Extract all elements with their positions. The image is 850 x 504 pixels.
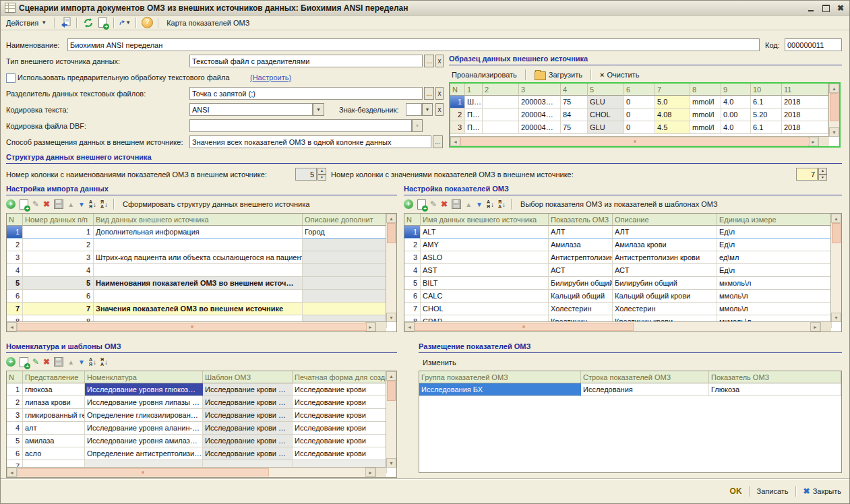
table-cell[interactable]: 5 xyxy=(7,277,23,290)
table-cell[interactable]: 4.5 xyxy=(655,121,690,134)
table-cell[interactable]: mmol/l xyxy=(690,121,721,134)
table-cell[interactable]: гликированный ге… xyxy=(23,409,85,422)
table-cell[interactable]: Исследование крови xyxy=(293,383,387,396)
table-cell[interactable] xyxy=(94,239,303,251)
table-cell[interactable]: Исследование крови xyxy=(293,422,387,435)
build-structure-button[interactable]: Сформировать структуру данных внешнего и… xyxy=(120,199,312,209)
table-cell[interactable]: 5 xyxy=(7,435,23,447)
end-edit-icon[interactable] xyxy=(54,357,63,367)
clear-button[interactable]: ×Очистить xyxy=(597,70,642,80)
table-cell[interactable]: 1 xyxy=(7,383,23,396)
horizontal-scrollbar[interactable]: ◄► xyxy=(450,136,829,146)
table-cell[interactable]: 1 xyxy=(450,96,465,108)
table-cell[interactable]: 5 xyxy=(23,277,94,290)
table-cell[interactable]: П… xyxy=(465,121,483,134)
placement-mode-select-button[interactable]: ... xyxy=(433,135,443,148)
table-cell[interactable]: 4 xyxy=(404,264,421,277)
ok-button[interactable]: OK xyxy=(730,486,742,496)
table-cell[interactable]: 5.20 xyxy=(751,108,782,121)
table-cell[interactable]: Исследования БХ xyxy=(419,383,581,396)
table-cell[interactable]: 2018 xyxy=(782,121,828,134)
sort-asc-icon[interactable]: АЯ↓ xyxy=(89,357,96,367)
name-input[interactable]: Биохимия ANSI переделан xyxy=(67,38,760,51)
table-cell[interactable]: AMY xyxy=(421,239,549,251)
sort-asc-icon[interactable]: АЯ↓ xyxy=(89,199,96,209)
scroll-right-icon[interactable]: ► xyxy=(810,322,820,332)
table-cell[interactable]: 4 xyxy=(23,264,94,277)
table-cell[interactable]: Кальций общий крови xyxy=(613,290,717,303)
table-cell[interactable]: Исследование крови … xyxy=(203,422,293,435)
load-button[interactable]: Загрузить xyxy=(532,69,585,81)
scroll-up-icon[interactable]: ▲ xyxy=(829,84,839,93)
dbf-dropdown-button[interactable]: ▼ xyxy=(412,119,423,132)
scroll-left-icon[interactable]: ◄ xyxy=(7,322,17,332)
table-cell[interactable]: 6 xyxy=(404,290,421,303)
encoding-dropdown-button[interactable]: ▼ xyxy=(313,103,324,116)
table-cell[interactable]: CHOL xyxy=(421,303,549,315)
table-cell[interactable]: Ш… xyxy=(465,96,483,108)
names-column-spinner[interactable]: 5 xyxy=(295,168,317,181)
table-cell[interactable]: ALT xyxy=(421,226,549,239)
table-cell[interactable]: ед\мл xyxy=(717,251,832,264)
scroll-left-icon[interactable]: ◄ xyxy=(404,322,415,332)
table-cell[interactable]: Ед\л xyxy=(717,226,832,239)
maximize-button[interactable] xyxy=(821,4,830,12)
table-cell[interactable]: 75 xyxy=(561,96,588,108)
save-close-button[interactable] xyxy=(60,17,71,28)
delete-row-icon[interactable]: ✖ xyxy=(43,199,50,209)
table-cell[interactable] xyxy=(303,264,387,277)
values-column-spinner[interactable]: 7 xyxy=(796,168,818,181)
table-cell[interactable]: 2 xyxy=(23,239,94,251)
placement-mode-input[interactable]: Значения всех показателей ОМЗ в одной ко… xyxy=(189,135,431,148)
table-cell[interactable]: Город xyxy=(303,226,387,239)
scroll-down-icon[interactable]: ▼ xyxy=(829,127,839,137)
table-cell[interactable]: Антистрептолизин xyxy=(549,251,613,264)
table-cell[interactable]: CHOL xyxy=(588,108,624,121)
table-cell[interactable]: Холестерин xyxy=(549,303,613,315)
vertical-scrollbar[interactable]: ▲▼ xyxy=(828,84,839,137)
table-cell[interactable]: 5 xyxy=(404,277,421,290)
table-cell[interactable]: 3 xyxy=(404,251,421,264)
delimiter-select-button[interactable]: ... xyxy=(424,87,434,100)
idlechar-select[interactable] xyxy=(406,103,422,116)
change-placement-button[interactable]: Изменить xyxy=(420,358,459,367)
select-indicator-button[interactable]: Выбор показателя ОМЗ из показателей в ша… xyxy=(518,199,721,209)
source-type-select-button[interactable]: ... xyxy=(424,55,434,67)
table-cell[interactable] xyxy=(303,303,387,315)
table-cell[interactable]: Глюкоза xyxy=(709,383,841,396)
edit-row-icon[interactable]: ✎ xyxy=(32,357,39,367)
table-cell[interactable]: Дополнительная информация xyxy=(94,226,303,239)
table-cell[interactable]: Исследование уровня глюкоз… xyxy=(85,383,203,396)
table-cell[interactable]: Исследование уровня амилаз… xyxy=(85,435,203,447)
table-cell[interactable]: 200004… xyxy=(519,121,561,134)
table-cell[interactable]: АСТ xyxy=(613,264,717,277)
move-down-icon[interactable]: ▼ xyxy=(476,201,483,208)
table-cell[interactable]: 2 xyxy=(7,396,23,409)
table-cell[interactable]: 6.1 xyxy=(751,96,782,108)
table-cell[interactable]: 4.0 xyxy=(721,121,751,134)
vertical-scrollbar[interactable]: ▲▼ xyxy=(386,214,396,322)
table-cell[interactable]: 2018 xyxy=(782,96,828,108)
horizontal-scrollbar[interactable]: ◄► xyxy=(7,321,386,332)
table-cell[interactable]: АСТ xyxy=(549,264,613,277)
refresh-button[interactable] xyxy=(82,17,94,28)
table-cell[interactable]: Ед\л xyxy=(717,239,832,251)
table-cell[interactable]: ммоль\л xyxy=(717,303,832,315)
table-cell[interactable]: 4 xyxy=(7,422,23,435)
table-cell[interactable]: Исследование крови xyxy=(293,447,387,460)
vertical-scrollbar[interactable]: ▲▼ xyxy=(386,371,396,468)
source-type-clear-button[interactable]: x xyxy=(435,55,444,67)
table-cell[interactable]: 0 xyxy=(624,96,655,108)
move-down-icon[interactable]: ▼ xyxy=(78,358,85,366)
scroll-left-icon[interactable]: ◄ xyxy=(450,137,460,146)
table-cell[interactable]: 1 xyxy=(7,226,23,239)
table-cell[interactable]: липаза крови xyxy=(23,396,85,409)
table-cell[interactable]: 5.0 xyxy=(655,96,690,108)
table-cell[interactable] xyxy=(94,290,303,303)
table-cell[interactable]: 3 xyxy=(23,251,94,264)
table-cell[interactable]: 0.00 xyxy=(721,108,751,121)
values-column-spin-buttons[interactable]: ▲▼ xyxy=(818,168,827,181)
table-cell[interactable]: 7 xyxy=(404,303,421,315)
copy-button[interactable]: + xyxy=(97,17,109,28)
table-cell[interactable]: Определение гликозилирован… xyxy=(85,409,203,422)
